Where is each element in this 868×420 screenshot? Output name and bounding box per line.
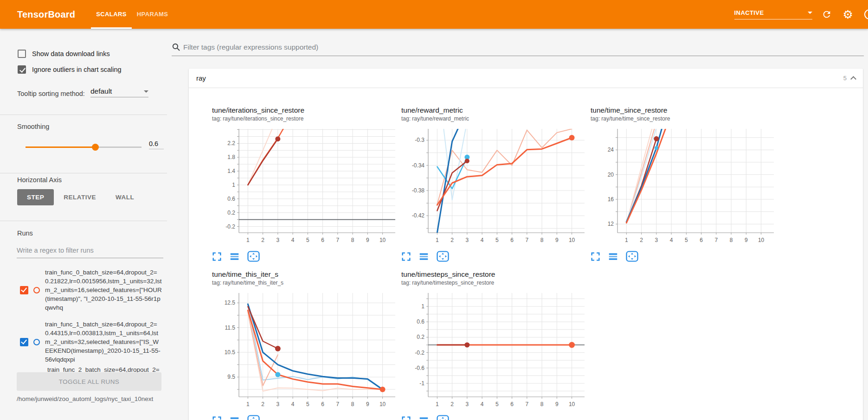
divider: [0, 115, 167, 115]
svg-text:6: 6: [700, 237, 703, 243]
header-actions: INACTIVE ⚙: [734, 9, 868, 20]
svg-text:9: 9: [366, 237, 369, 243]
search-icon: [172, 43, 180, 51]
log-scale-icon[interactable]: [608, 252, 618, 261]
chart-title: tune/timesteps_since_restore: [401, 270, 591, 279]
svg-text:-1: -1: [419, 380, 424, 387]
toggle-all-runs-button[interactable]: TOGGLE ALL RUNS: [17, 372, 161, 391]
tab-bar: SCALARS HPARAMS: [91, 0, 173, 29]
chart-tag: tag: ray/tune/time_since_restore: [591, 115, 780, 122]
axis-wall-button[interactable]: WALL: [106, 189, 144, 205]
svg-text:3: 3: [466, 401, 469, 407]
plot-svg[interactable]: 12345678910-0.20.20.611.41.82.2: [212, 125, 398, 245]
log-directory-path: /home/junweid/zoo_automl_logs/nyc_taxi_1…: [17, 395, 156, 403]
chart-tag: tag: ray/tune/time_this_iter_s: [212, 279, 401, 286]
tag-group-header[interactable]: ray 5: [189, 69, 863, 88]
svg-text:2: 2: [261, 237, 264, 243]
log-scale-icon[interactable]: [230, 416, 239, 420]
tag-group-count: 5: [843, 75, 847, 82]
svg-text:7: 7: [336, 237, 339, 243]
tag-filter-input[interactable]: [183, 43, 864, 51]
chart-toolbar: [212, 250, 401, 262]
svg-text:9.5: 9.5: [227, 374, 235, 380]
chart-tag: tag: ray/tune/timesteps_since_restore: [401, 279, 591, 286]
tooltip-sorting-dropdown[interactable]: default: [90, 87, 148, 97]
chart-card: tune/reward_metrictag: ray/tune/reward_m…: [401, 106, 591, 262]
chart-plot[interactable]: 12345678910-0.20.20.611.41.82.2: [212, 125, 401, 247]
svg-text:1: 1: [421, 303, 424, 310]
reload-status-dropdown[interactable]: INACTIVE: [734, 9, 812, 19]
chart-plot[interactable]: 1234567891012162024: [591, 125, 780, 247]
svg-text:7: 7: [714, 237, 718, 243]
svg-text:5: 5: [685, 237, 688, 243]
svg-text:6: 6: [321, 237, 324, 243]
runs-filter-input[interactable]: [17, 245, 163, 258]
svg-text:1: 1: [246, 237, 250, 243]
chart-plot[interactable]: 123456789109.510.511.512.5: [212, 289, 401, 411]
main-content: ray 5 tune/iterations_since_restoretag: …: [167, 29, 868, 420]
settings-gear-icon[interactable]: ⚙: [843, 9, 853, 20]
svg-text:7: 7: [525, 401, 528, 407]
svg-text:8: 8: [540, 237, 544, 243]
smoothing-slider[interactable]: [26, 143, 141, 151]
svg-text:3: 3: [276, 237, 280, 243]
log-scale-icon[interactable]: [419, 252, 429, 261]
smoothing-value-input[interactable]: 0.6: [149, 140, 164, 149]
tab-scalars[interactable]: SCALARS: [91, 0, 132, 29]
log-scale-icon[interactable]: [419, 416, 429, 420]
axis-step-button[interactable]: STEP: [17, 189, 54, 205]
expand-icon[interactable]: [401, 252, 411, 261]
svg-text:2.2: 2.2: [227, 140, 235, 146]
chart-title: tune/reward_metric: [401, 106, 591, 115]
ignore-outliers-checkbox[interactable]: [18, 65, 26, 74]
svg-text:10: 10: [379, 237, 386, 243]
checkbox-label: Show data download links: [32, 50, 110, 57]
svg-text:10: 10: [758, 237, 765, 243]
slider-thumb[interactable]: [92, 144, 99, 151]
svg-text:3: 3: [276, 401, 280, 407]
expand-icon[interactable]: [212, 252, 222, 261]
svg-text:-0.34: -0.34: [412, 162, 425, 169]
divider: [0, 173, 167, 173]
chevron-down-icon: [144, 90, 148, 93]
fit-domain-icon[interactable]: [247, 251, 260, 262]
run-radio[interactable]: [33, 287, 40, 293]
axis-relative-button[interactable]: RELATIVE: [54, 189, 106, 205]
fit-domain-icon[interactable]: [247, 415, 260, 420]
run-checkbox[interactable]: [20, 286, 28, 294]
chart-toolbar: [401, 250, 591, 262]
fit-domain-icon[interactable]: [437, 251, 449, 262]
run-radio[interactable]: [33, 339, 40, 345]
svg-text:2: 2: [450, 401, 454, 407]
plot-svg[interactable]: 1234567891010.60.2-0.2-0.6-1: [401, 289, 587, 409]
fit-domain-icon[interactable]: [626, 251, 638, 262]
plot-svg[interactable]: 123456789109.510.511.512.5: [212, 289, 398, 409]
chart-title: tune/time_this_iter_s: [212, 270, 401, 279]
chart-plot[interactable]: 12345678910-0.3-0.34-0.38-0.42: [401, 125, 591, 247]
fit-domain-icon[interactable]: [437, 415, 449, 420]
svg-text:0.6: 0.6: [227, 196, 235, 202]
svg-text:8: 8: [351, 237, 354, 243]
svg-text:1.8: 1.8: [227, 154, 235, 160]
run-checkbox[interactable]: [20, 338, 28, 346]
tag-group-card: ray 5 tune/iterations_since_restoretag: …: [189, 69, 863, 420]
app-header: TensorBoard SCALARS HPARAMS INACTIVE ⚙: [0, 0, 868, 29]
show-download-links-checkbox[interactable]: [18, 50, 26, 58]
chevron-up-icon[interactable]: [850, 76, 856, 82]
expand-icon[interactable]: [212, 416, 222, 420]
chart-plot[interactable]: 1234567891010.60.2-0.2-0.6-1: [401, 289, 591, 411]
svg-text:1: 1: [246, 401, 250, 407]
log-scale-icon[interactable]: [230, 252, 239, 261]
plot-svg[interactable]: 1234567891012162024: [591, 125, 776, 245]
reload-icon[interactable]: [822, 9, 832, 19]
expand-icon[interactable]: [401, 416, 411, 420]
run-name: train_func_0_batch_size=64,dropout_2=0.2…: [45, 268, 162, 312]
svg-text:3: 3: [466, 237, 469, 243]
help-icon[interactable]: [864, 9, 868, 19]
expand-icon[interactable]: [591, 252, 600, 261]
svg-text:8: 8: [540, 401, 544, 407]
svg-text:4: 4: [481, 401, 484, 407]
plot-svg[interactable]: 12345678910-0.3-0.34-0.38-0.42: [401, 125, 587, 245]
chart-toolbar: [591, 250, 780, 262]
tab-hparams[interactable]: HPARAMS: [132, 0, 174, 29]
